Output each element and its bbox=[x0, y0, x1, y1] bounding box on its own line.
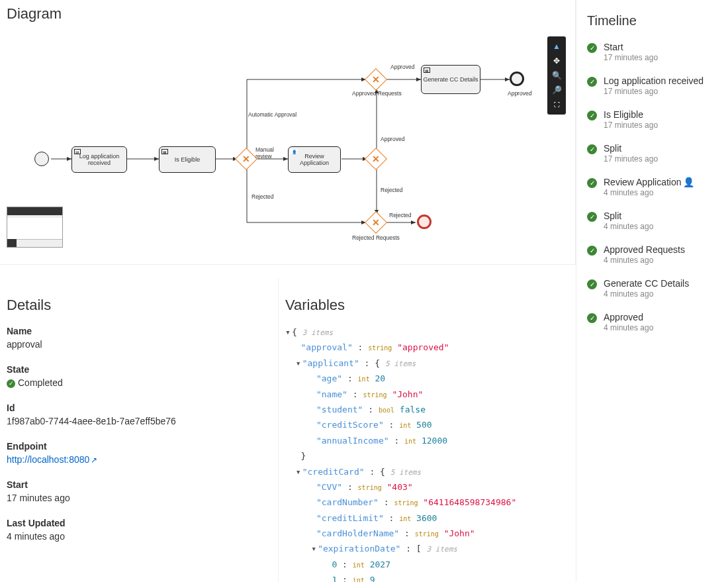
timeline-list: ✓Start17 minutes ago✓Log application rec… bbox=[587, 42, 717, 332]
edge-label-rejected2: Rejected bbox=[381, 187, 403, 193]
check-icon: ✓ bbox=[587, 144, 597, 154]
timeline-item[interactable]: ✓Start17 minutes ago bbox=[587, 42, 717, 62]
value-endpoint: http://localhost:8080↗ bbox=[7, 454, 271, 465]
timeline-panel: Timeline ✓Start17 minutes ago✓Log applic… bbox=[576, 0, 728, 582]
check-icon: ✓ bbox=[587, 279, 597, 289]
value-state: ✓Completed bbox=[7, 377, 271, 388]
bpmn-start-event[interactable] bbox=[34, 152, 49, 166]
timeline-item[interactable]: ✓Log application received17 minutes ago bbox=[587, 75, 717, 96]
value-start: 17 minutes ago bbox=[7, 493, 271, 503]
diagram-minimap[interactable] bbox=[7, 207, 63, 248]
gw-label-rejected-req: Rejected Requests bbox=[352, 234, 400, 241]
timeline-label: Log application received bbox=[604, 75, 717, 86]
details-panel: Details Name approval State ✓Completed I… bbox=[0, 278, 278, 582]
timeline-title: Timeline bbox=[587, 8, 717, 32]
bpmn-task-gen-cc[interactable]: ▦ Generate CC Details bbox=[421, 65, 480, 94]
bottom-panel: Details Name approval State ✓Completed I… bbox=[0, 265, 576, 582]
edge-label-manual: Manual review bbox=[255, 146, 281, 160]
diagram-canvas[interactable]: ▤ Log application received ▦ Is Eligible… bbox=[0, 26, 575, 264]
fit-screen-icon[interactable]: ⛶ bbox=[550, 98, 563, 111]
timeline-item[interactable]: ✓Generate CC Details4 minutes ago bbox=[587, 278, 717, 299]
pointer-tool-icon[interactable]: ▲ bbox=[550, 40, 563, 53]
check-icon: ✓ bbox=[587, 77, 597, 87]
bpmn-gateway-approved-join[interactable]: ✕ bbox=[368, 72, 384, 87]
timeline-time: 17 minutes ago bbox=[604, 121, 717, 130]
edge-label-rejected: Rejected bbox=[251, 193, 274, 200]
diagram-edges bbox=[0, 26, 576, 265]
edge-label-auto-approval: Automatic Approval bbox=[248, 111, 296, 118]
label-state: State bbox=[7, 364, 271, 375]
label-name: Name bbox=[7, 326, 271, 336]
edge-label-approved-top: Approved bbox=[390, 64, 414, 70]
bpmn-task-review-app[interactable]: 👤 Review Application bbox=[288, 146, 341, 173]
caret-down-icon[interactable]: ▾ bbox=[285, 324, 292, 340]
bpmn-task-log-app[interactable]: ▤ Log application received bbox=[71, 146, 127, 173]
timeline-label: Start bbox=[604, 42, 717, 52]
timeline-label: Approved Requests bbox=[604, 244, 717, 255]
label-last-updated: Last Updated bbox=[7, 518, 271, 528]
timeline-item[interactable]: ✓Is Eligible17 minutes ago bbox=[587, 109, 717, 130]
task-label: Is Eligible bbox=[175, 156, 201, 163]
edge-label-rejected-bottom: Rejected bbox=[389, 212, 412, 218]
diagram-toolbar: ▲ ✥ 🔍 🔎 ⛶ bbox=[547, 36, 566, 115]
value-name: approval bbox=[7, 339, 271, 350]
user-icon: 👤 bbox=[683, 177, 694, 187]
label-id: Id bbox=[7, 403, 271, 413]
caret-down-icon[interactable]: ▾ bbox=[296, 464, 302, 479]
move-tool-icon[interactable]: ✥ bbox=[550, 54, 563, 68]
timeline-item[interactable]: ✓Split17 minutes ago bbox=[587, 143, 717, 164]
caret-down-icon[interactable]: ▾ bbox=[296, 356, 302, 371]
timeline-item[interactable]: ✓Review Application👤4 minutes ago bbox=[587, 177, 717, 197]
timeline-item[interactable]: ✓Split4 minutes ago bbox=[587, 211, 717, 231]
timeline-label: Split bbox=[604, 211, 717, 221]
timeline-time: 4 minutes ago bbox=[604, 323, 717, 332]
label-start: Start bbox=[7, 479, 271, 490]
external-link-icon[interactable]: ↗ bbox=[91, 456, 97, 465]
timeline-label: Is Eligible bbox=[604, 109, 717, 120]
timeline-label: Split bbox=[604, 143, 717, 154]
task-label: Generate CC Details bbox=[423, 76, 478, 83]
check-icon: ✓ bbox=[587, 43, 597, 53]
bpmn-gateway-rejected-join[interactable]: ✕ bbox=[368, 215, 384, 230]
state-text: Completed bbox=[18, 377, 63, 388]
zoom-in-icon[interactable]: 🔍 bbox=[550, 69, 563, 82]
bpmn-task-is-eligible[interactable]: ▦ Is Eligible bbox=[159, 146, 216, 173]
check-icon: ✓ bbox=[7, 379, 15, 388]
edge-label-approved: Approved bbox=[381, 136, 404, 142]
check-icon: ✓ bbox=[587, 212, 597, 222]
task-label: Review Application bbox=[290, 153, 339, 166]
gw-label-approved-req: Approved Requests bbox=[352, 90, 402, 97]
check-icon: ✓ bbox=[587, 313, 597, 323]
task-icon: ▦ bbox=[161, 149, 168, 154]
timeline-label: Approved bbox=[604, 312, 717, 322]
timeline-label: Review Application👤 bbox=[604, 177, 717, 187]
variables-tree[interactable]: ▾{ 3 items "approval" : string "approved… bbox=[285, 324, 569, 582]
check-icon: ✓ bbox=[587, 111, 597, 121]
value-id: 1f987ab0-7744-4aee-8e1b-7ae7eff5be76 bbox=[7, 416, 271, 426]
check-icon: ✓ bbox=[587, 246, 597, 256]
timeline-time: 4 minutes ago bbox=[604, 256, 717, 265]
variables-title: Variables bbox=[285, 291, 569, 318]
bpmn-end-approved[interactable] bbox=[510, 72, 524, 86]
caret-down-icon[interactable]: ▾ bbox=[311, 541, 318, 556]
variables-panel: Variables ▾{ 3 items "approval" : string… bbox=[278, 278, 576, 582]
timeline-label: Generate CC Details bbox=[604, 278, 717, 289]
bpmn-end-rejected[interactable] bbox=[417, 215, 432, 229]
check-icon: ✓ bbox=[587, 178, 597, 188]
timeline-item[interactable]: ✓Approved4 minutes ago bbox=[587, 312, 717, 332]
bpmn-gateway-split[interactable]: ✕ bbox=[238, 151, 254, 167]
task-label: Log application received bbox=[73, 153, 125, 166]
label-endpoint: Endpoint bbox=[7, 441, 271, 452]
zoom-out-icon[interactable]: 🔎 bbox=[550, 83, 563, 97]
value-last-updated: 4 minutes ago bbox=[7, 531, 271, 542]
task-icon: ▤ bbox=[74, 149, 81, 154]
timeline-time: 17 minutes ago bbox=[604, 154, 717, 164]
endpoint-link[interactable]: http://localhost:8080 bbox=[7, 454, 89, 465]
timeline-time: 17 minutes ago bbox=[604, 53, 717, 62]
diagram-panel: Diagram ▲ ✥ 🔍 🔎 ⛶ bbox=[0, 0, 576, 265]
task-icon: ▦ bbox=[424, 68, 430, 73]
bpmn-gateway-review-out[interactable]: ✕ bbox=[368, 151, 384, 167]
timeline-time: 4 minutes ago bbox=[604, 188, 717, 197]
end-label-approved: Approved bbox=[508, 90, 531, 97]
timeline-item[interactable]: ✓Approved Requests4 minutes ago bbox=[587, 244, 717, 265]
